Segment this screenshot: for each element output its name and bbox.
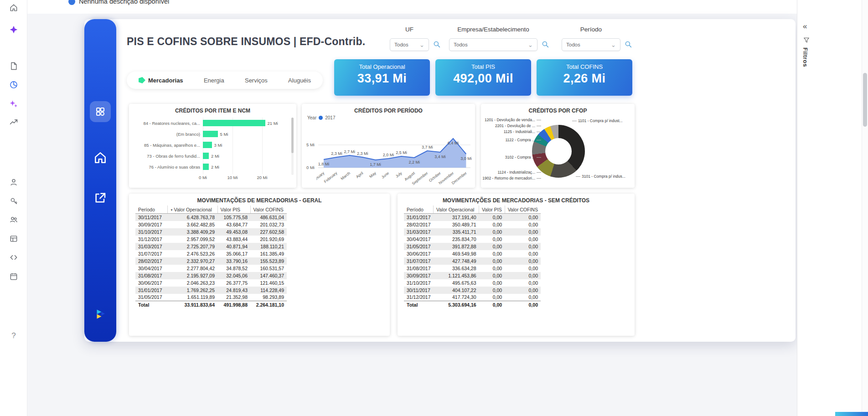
- trending-up-icon[interactable]: [6, 115, 21, 129]
- cell-periodo: 31/12/2017: [404, 294, 434, 301]
- cell-periodo: 31/01/2017: [135, 287, 167, 294]
- legend-dot-2017: [319, 116, 323, 120]
- table-row: 31/07/2017427.748,490,000,00: [404, 257, 541, 265]
- cfop-callout-label: 1124 - Industrializaç...: [482, 170, 541, 175]
- tab-mercadorias[interactable]: Mercadorias: [139, 77, 183, 84]
- cell-value: 201.032,73: [250, 221, 287, 228]
- kpi-label: Total Operacional: [334, 63, 430, 70]
- table-row: 31/03/20172.725.207,7940.871,94188.110,2…: [135, 243, 287, 250]
- cell-value: 26.377,75: [217, 279, 250, 287]
- cfop-callout-label: 3101 - Compra p/ indus...: [576, 174, 625, 179]
- column-header-valor-cofins[interactable]: Valor COFINS: [250, 205, 287, 214]
- ncm-bar[interactable]: [203, 131, 218, 137]
- ncm-value-label: 21 Mi: [268, 121, 278, 126]
- uf-search-icon[interactable]: [432, 40, 441, 49]
- nav-share-button[interactable]: [92, 190, 108, 206]
- tab-servicos[interactable]: Serviços: [245, 77, 268, 84]
- cfop-callout-label: 1122 - Compra ...: [482, 138, 541, 142]
- ncm-bar[interactable]: [203, 153, 209, 159]
- chevron-down-icon: ⌄: [611, 42, 616, 48]
- nav-home-button[interactable]: [92, 149, 108, 166]
- chart-period-card: CRÉDITOS POR PERÍODO Year 2017 5 Mi 0 Mi…: [302, 104, 475, 188]
- people-icon[interactable]: [6, 212, 21, 227]
- chart-scrollbar[interactable]: [291, 118, 294, 175]
- code-icon[interactable]: [6, 250, 21, 265]
- cell-value: 160.531,57: [250, 265, 287, 272]
- table-row: 31/01/20171.769.262,2524.819,43114.228,4…: [135, 287, 287, 294]
- kpi-label: Total COFINS: [537, 63, 632, 70]
- kpi-value: 33,91 Mi: [334, 72, 430, 86]
- area-chart[interactable]: 1,8 MiJanuary2,3 MiFebruary2,7 MiMarch2,…: [316, 126, 474, 187]
- column-header-valor-operacional[interactable]: Valor Operacional: [434, 205, 479, 214]
- report-tabs: Mercadorias Energia Serviços Aluguéis: [127, 72, 323, 89]
- cell-value: 0,00: [505, 250, 541, 257]
- cell-periodo: 30/09/2017: [135, 221, 167, 228]
- kpi-total-operacional: Total Operacional 33,91 Mi: [334, 59, 430, 96]
- cell-value: 98.293,89: [250, 294, 287, 301]
- expand-filters-button[interactable]: «: [803, 22, 807, 31]
- cell-value: 24.819,43: [217, 287, 250, 294]
- home-icon[interactable]: [6, 0, 21, 15]
- mercadorias-icon: [139, 77, 145, 83]
- legend-value[interactable]: 2017: [325, 115, 335, 120]
- document-icon[interactable]: [6, 59, 21, 73]
- cell-value: 155.523,89: [250, 257, 287, 265]
- cell-value: 43.883,44: [217, 236, 250, 243]
- table-row: 31/12/20172.957.099,5243.883,44201.920,6…: [135, 236, 287, 243]
- cell-value: 235.834,70: [434, 236, 479, 243]
- column-header-período[interactable]: Período: [404, 205, 434, 214]
- ncm-x-tick: 10 Mi: [227, 175, 238, 180]
- calendar-icon[interactable]: [6, 269, 21, 284]
- column-header-valor-pis[interactable]: Valor PIS: [217, 205, 250, 214]
- help-icon[interactable]: ?: [6, 329, 21, 343]
- column-header-valor-operacional[interactable]: ▼Valor Operacional: [167, 205, 217, 214]
- ncm-bar[interactable]: [203, 164, 209, 170]
- kpi-value: 492,00 Mil: [435, 72, 531, 86]
- sparkles-icon[interactable]: [6, 97, 21, 111]
- cell-value: 0,00: [505, 287, 541, 294]
- cell-value: 0,00: [505, 236, 541, 243]
- tab-alugueis[interactable]: Aluguéis: [288, 77, 311, 84]
- cell-value: 1.121.453,86: [434, 272, 479, 279]
- ncm-bar[interactable]: [203, 142, 212, 148]
- key-icon[interactable]: [6, 194, 21, 208]
- cell-value: 43.684,77: [217, 221, 250, 228]
- cell-value: 147.460,37: [250, 272, 287, 279]
- scrollbar-thumb[interactable]: [863, 73, 867, 127]
- left-sidebar: ?: [0, 0, 27, 416]
- periodo-dropdown[interactable]: Todos ⌄: [562, 38, 620, 51]
- empresa-search-icon[interactable]: [541, 40, 550, 49]
- cell-value: 0,00: [505, 221, 541, 228]
- movimentacoes-geral-table: Período▼Valor OperacionalValor PISValor …: [135, 205, 287, 308]
- filter-label-periodo: Período: [562, 26, 620, 33]
- periodo-dropdown-value: Todos: [566, 42, 580, 47]
- pie-chart-icon[interactable]: [6, 77, 21, 92]
- brand-logo-icon: [93, 308, 107, 321]
- tab-energia[interactable]: Energia: [204, 77, 224, 84]
- table-title: MOVIMENTAÇÕES DE MERCADORIAS - SEM CRÉDI…: [398, 194, 635, 204]
- vertical-scrollbar[interactable]: [862, 0, 868, 416]
- layout-grid-icon[interactable]: [6, 231, 21, 246]
- scrollbar-thumb[interactable]: [291, 118, 294, 153]
- app-logo-icon[interactable]: [6, 22, 21, 37]
- filters-pane-title: Filtros: [802, 47, 809, 67]
- user-icon[interactable]: [6, 175, 21, 190]
- apps-grid-button[interactable]: [90, 101, 111, 122]
- cell-value: 105.775,58: [217, 214, 250, 221]
- cell-value: 0,00: [479, 294, 505, 301]
- column-header-período[interactable]: Período: [135, 205, 167, 214]
- ncm-x-tick: 20 Mi: [257, 175, 267, 180]
- cell-periodo: 31/05/2017: [404, 243, 434, 250]
- x-tick-month: February: [323, 170, 339, 184]
- empresa-dropdown[interactable]: Todos ⌄: [449, 38, 537, 51]
- uf-dropdown[interactable]: Todos ⌄: [390, 38, 429, 51]
- cell-periodo: 30/06/2017: [404, 250, 434, 257]
- uf-dropdown-value: Todos: [394, 42, 408, 47]
- column-header-valor-pis[interactable]: Valor PIS: [479, 205, 505, 214]
- column-header-valor-cofins[interactable]: Valor COFINS: [505, 205, 541, 214]
- table-row: 31/10/20173.388.409,2949.453,08227.602,5…: [135, 228, 287, 236]
- cell-value: 0,00: [505, 228, 541, 236]
- ncm-bar[interactable]: [203, 120, 265, 126]
- cell-periodo: 30/04/2017: [404, 236, 434, 243]
- periodo-search-icon[interactable]: [624, 40, 633, 49]
